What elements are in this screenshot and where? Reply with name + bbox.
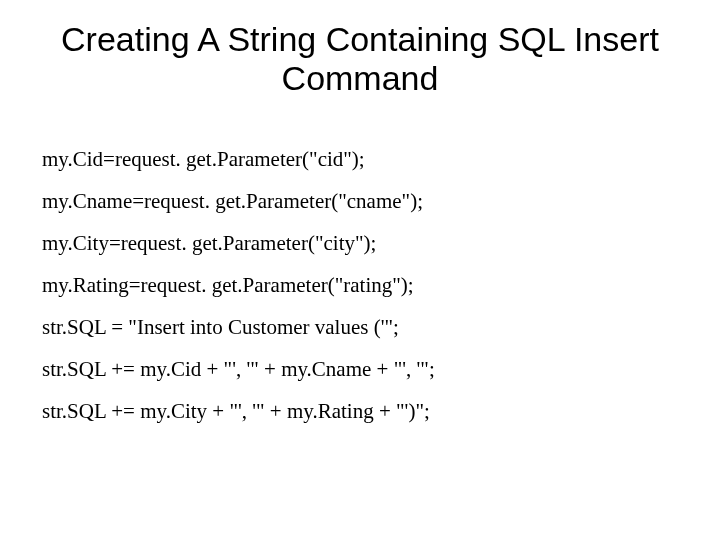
slide-title: Creating A String Containing SQL Insert …: [40, 20, 680, 98]
code-line: my.Cid=request. get.Parameter("cid");: [42, 138, 680, 180]
code-line: str.SQL = "Insert into Customer values (…: [42, 306, 680, 348]
code-line: str.SQL += my.Cid + "', '" + my.Cname + …: [42, 348, 680, 390]
code-line: my.Rating=request. get.Parameter("rating…: [42, 264, 680, 306]
slide: Creating A String Containing SQL Insert …: [0, 0, 720, 540]
code-line: my.Cname=request. get.Parameter("cname")…: [42, 180, 680, 222]
code-line: my.City=request. get.Parameter("city");: [42, 222, 680, 264]
code-line: str.SQL += my.City + "', '" + my.Rating …: [42, 390, 680, 432]
code-block: my.Cid=request. get.Parameter("cid"); my…: [40, 138, 680, 432]
